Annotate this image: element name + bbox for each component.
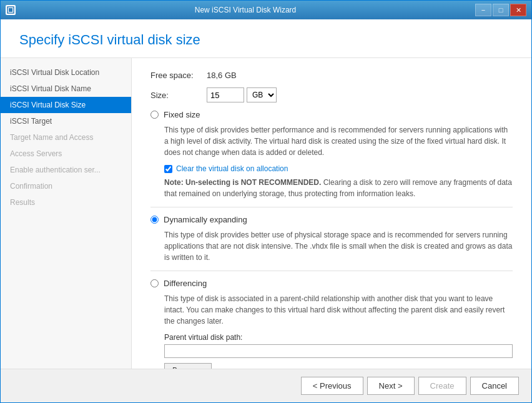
size-row: Size: GB MB TB	[150, 87, 513, 102]
close-button[interactable]: ✕	[510, 4, 526, 16]
title-bar: New iSCSI Virtual Disk Wizard − □ ✕	[1, 1, 531, 19]
checkbox-label[interactable]: Clear the virtual disk on allocation	[176, 164, 288, 173]
free-space-value: 18,6 GB	[207, 71, 237, 80]
differencing-label[interactable]: Differencing	[164, 279, 207, 288]
wizard-footer: < Previous Next > Create Cancel	[1, 369, 531, 402]
sidebar-item-iscsi-location[interactable]: iSCSI Virtual Disk Location	[1, 64, 131, 81]
window-title: New iSCSI Virtual Disk Wizard	[16, 6, 475, 14]
free-space-row: Free space: 18,6 GB	[150, 71, 513, 80]
browse-button[interactable]: Browse...	[164, 363, 212, 369]
sidebar-item-enable-auth: Enable authentication ser...	[1, 162, 131, 178]
page-title: Specify iSCSI virtual disk size	[19, 32, 513, 48]
size-input[interactable]	[207, 87, 244, 102]
parent-path-input[interactable]	[164, 344, 513, 358]
cancel-button[interactable]: Cancel	[470, 377, 519, 395]
section-divider-1	[150, 207, 513, 207]
size-label: Size:	[150, 91, 207, 100]
dynamic-radio[interactable]	[150, 216, 159, 224]
section-divider-2	[150, 271, 513, 271]
fixed-size-option: Fixed size	[150, 110, 513, 119]
dynamic-label[interactable]: Dynamically expanding	[164, 215, 247, 224]
create-button: Create	[418, 377, 466, 395]
fixed-size-label[interactable]: Fixed size	[164, 110, 200, 119]
previous-button[interactable]: < Previous	[301, 377, 363, 395]
differencing-option: Differencing	[150, 279, 513, 288]
minimize-button[interactable]: −	[475, 4, 491, 16]
next-button[interactable]: Next >	[367, 377, 415, 395]
sidebar-item-iscsi-target[interactable]: iSCSI Target	[1, 113, 131, 129]
restore-button[interactable]: □	[493, 4, 509, 16]
parent-path-label: Parent virtual disk path:	[164, 333, 513, 342]
size-unit-select[interactable]: GB MB TB	[247, 87, 277, 102]
parent-path-section: Parent virtual disk path: Browse...	[164, 333, 513, 369]
note-bold-prefix: Note: Un-selecting is NOT RECOMMENDED.	[164, 178, 321, 187]
dynamic-description: This type of disk provides better use of…	[164, 229, 513, 263]
clear-disk-checkbox[interactable]	[164, 165, 172, 173]
wizard-content: iSCSI Virtual Disk Location iSCSI Virtua…	[1, 58, 531, 369]
size-unit-container: GB MB TB	[247, 87, 277, 102]
sidebar-item-iscsi-name[interactable]: iSCSI Virtual Disk Name	[1, 81, 131, 97]
free-space-label: Free space:	[150, 71, 207, 80]
clear-disk-checkbox-row: Clear the virtual disk on allocation	[164, 164, 513, 173]
svg-rect-1	[9, 8, 12, 12]
window-controls: − □ ✕	[475, 4, 526, 16]
sidebar-item-iscsi-size[interactable]: iSCSI Virtual Disk Size	[1, 97, 131, 113]
sidebar-item-access-servers: Access Servers	[1, 146, 131, 162]
note-text: Note: Un-selecting is NOT RECOMMENDED. C…	[164, 177, 513, 199]
differencing-description: This type of disk is associated in a par…	[164, 293, 513, 327]
sidebar-item-target-name: Target Name and Access	[1, 129, 131, 146]
fixed-size-radio[interactable]	[150, 111, 159, 119]
wizard-body: Specify iSCSI virtual disk size iSCSI Vi…	[1, 19, 531, 402]
dynamic-option: Dynamically expanding	[150, 215, 513, 224]
fixed-size-description: This type of disk provides better perfor…	[164, 124, 513, 158]
sidebar-item-results: Results	[1, 194, 131, 211]
app-icon	[6, 5, 16, 15]
differencing-radio[interactable]	[150, 279, 159, 287]
wizard-window: New iSCSI Virtual Disk Wizard − □ ✕ Spec…	[0, 0, 532, 403]
sidebar-item-confirmation: Confirmation	[1, 178, 131, 194]
sidebar: iSCSI Virtual Disk Location iSCSI Virtua…	[1, 58, 132, 369]
wizard-header: Specify iSCSI virtual disk size	[1, 19, 531, 58]
main-content: Free space: 18,6 GB Size: GB MB TB	[132, 58, 531, 369]
